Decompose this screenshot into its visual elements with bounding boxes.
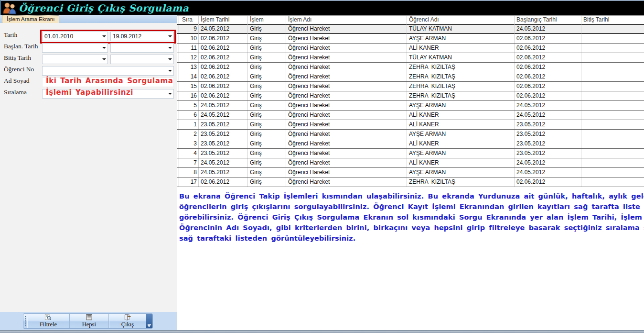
- table-row[interactable]: 1102.06.2012GirişÖğrenci HareketALİ KANE…: [177, 44, 644, 53]
- grid-cell: Giriş: [248, 72, 286, 81]
- grid-cell: ALİ KANER: [407, 44, 515, 53]
- app-window: Öğrenci Giriş Çıkış Sorgulama İşlem Aram…: [0, 0, 644, 333]
- grid-cell: Giriş: [248, 149, 286, 158]
- grid-cell: [581, 168, 644, 177]
- grid-cell: 02.06.2012: [515, 72, 581, 81]
- chevron-down-icon[interactable]: [101, 35, 107, 37]
- results-grid: Sıraİşlem Tarihiİşlemİşlem AdıÖğrenci Ad…: [177, 15, 644, 187]
- grid-cell: 1: [179, 120, 199, 129]
- column-header[interactable]: İşlem Adı: [286, 16, 407, 24]
- grid-cell: Öğrenci Hareket: [286, 34, 407, 43]
- table-row[interactable]: 1502.06.2012GirişÖğrenci HareketZEHRA KI…: [177, 82, 644, 91]
- table-row[interactable]: 824.05.2012GirişÖğrenci HareketAYŞE ARMA…: [177, 168, 644, 178]
- grid-cell: Giriş: [248, 53, 286, 62]
- grid-cell: ZEHRA KIZILTAŞ: [407, 82, 515, 91]
- bitis-tarih-start-combobox[interactable]: [42, 55, 108, 64]
- table-row[interactable]: 724.05.2012GirişÖğrenci HareketALİ KANER…: [177, 158, 644, 168]
- grid-cell: TÜLAY KATMAN: [407, 53, 515, 62]
- grid-cell: ZEHRA KIZILTAŞ: [407, 63, 515, 72]
- grid-cell: 23.05.2012: [199, 120, 248, 129]
- grid-cell: 02.06.2012: [515, 63, 581, 72]
- chevron-down-icon[interactable]: [167, 58, 173, 60]
- chevron-down-icon[interactable]: [167, 70, 173, 72]
- grid-cell: Giriş: [248, 34, 286, 43]
- tarih-start-combobox[interactable]: 01.01.2010: [42, 32, 108, 41]
- table-row[interactable]: 223.05.2012GirişÖğrenci HareketAYŞE ARMA…: [177, 130, 644, 139]
- table-row[interactable]: 1302.06.2012GirişÖğrenci HareketZEHRA KI…: [177, 63, 644, 72]
- grid-cell: 02.06.2012: [199, 91, 248, 100]
- grid-cell: Öğrenci Hareket: [286, 72, 407, 81]
- grid-cell: 02.06.2012: [515, 53, 581, 62]
- grid-cell: 14: [179, 72, 199, 81]
- table-row[interactable]: 1702.06.2012GirişÖğrenci HareketZEHRA KI…: [177, 178, 644, 187]
- grid-cell: 24.05.2012: [515, 101, 581, 110]
- table-row[interactable]: 123.05.2012GirişÖğrenci HareketALİ KANER…: [177, 120, 644, 130]
- grid-cell: 23.05.2012: [515, 120, 581, 129]
- hepsi-button[interactable]: Hepsi: [70, 314, 109, 328]
- toolbar-strip: Filtrele Hepsi: [0, 312, 177, 330]
- table-row[interactable]: 1002.06.2012GirişÖğrenci HareketAYŞE ARM…: [177, 34, 644, 44]
- grid-cell: [581, 178, 644, 187]
- hepsi-label: Hepsi: [82, 321, 96, 328]
- grid-cell: [581, 82, 644, 91]
- filtrele-button[interactable]: Filtrele: [27, 314, 70, 328]
- window-bottom-edge: [0, 330, 644, 333]
- grid-cell: Öğrenci Hareket: [286, 158, 407, 167]
- grid-cell: [581, 44, 644, 53]
- grid-cell: 02.06.2012: [199, 53, 248, 62]
- grid-cell: [581, 139, 644, 148]
- grid-cell: 23.05.2012: [199, 139, 248, 148]
- tarih-end-combobox[interactable]: 19.09.2012: [110, 32, 174, 41]
- grid-body: 924.05.2012GirişÖğrenci HareketTÜLAY KAT…: [177, 24, 644, 187]
- grid-cell: 7: [179, 158, 199, 167]
- column-header[interactable]: Başlangıç Tarihi: [515, 16, 581, 24]
- bitis-tarih-end-combobox[interactable]: [110, 55, 174, 64]
- chevron-down-icon[interactable]: [167, 93, 173, 95]
- grid-cell: [581, 91, 644, 100]
- ogrenci-no-combobox[interactable]: [42, 66, 174, 76]
- toolbar-overflow-button[interactable]: [146, 314, 152, 328]
- table-row[interactable]: 1602.06.2012GirişÖğrenci HareketZEHRA KI…: [177, 91, 644, 101]
- chevron-down-icon[interactable]: [101, 58, 107, 60]
- grid-cell: Giriş: [248, 82, 286, 91]
- baslan-tarih-start-combobox[interactable]: [42, 43, 108, 53]
- annotation-line-2: İşlemi Yapabilirsinzi: [46, 88, 133, 97]
- table-row[interactable]: 1202.06.2012GirişÖğrenci HareketTÜLAY KA…: [177, 53, 644, 63]
- grid-cell: Öğrenci Hareket: [286, 91, 407, 100]
- grid-cell: Giriş: [248, 24, 286, 33]
- table-row[interactable]: 323.05.2012GirişÖğrenci HareketALİ KANER…: [177, 139, 644, 149]
- grid-cell: Öğrenci Hareket: [286, 82, 407, 91]
- grid-cell: Giriş: [248, 63, 286, 72]
- table-row[interactable]: 624.05.2012GirişÖğrenci HareketALİ KANER…: [177, 111, 644, 120]
- grid-cell: Öğrenci Hareket: [286, 130, 407, 139]
- tab-islem-arama-ekrani[interactable]: İşlem Arama Ekranı: [2, 15, 59, 23]
- grid-cell: AYŞE ARMAN: [407, 168, 515, 177]
- baslan-tarih-end-combobox[interactable]: [110, 43, 174, 53]
- toolbar-grip[interactable]: [23, 314, 27, 328]
- column-header[interactable]: İşlem: [248, 16, 286, 24]
- grid-cell: 17: [179, 178, 199, 187]
- table-row[interactable]: 1402.06.2012GirişÖğrenci HareketZEHRA KI…: [177, 72, 644, 82]
- chevron-down-icon[interactable]: [167, 47, 173, 49]
- column-header[interactable]: Bitiş Tarihi: [581, 16, 644, 24]
- overflow-bar: [148, 324, 151, 325]
- grid-cell: 8: [179, 168, 199, 177]
- column-header[interactable]: Öğrenci Adı: [407, 16, 515, 24]
- grid-cell: Öğrenci Hareket: [286, 24, 407, 33]
- table-row[interactable]: 423.05.2012GirişÖğrenci HareketAYŞE ARMA…: [177, 149, 644, 158]
- grid-cell: AYŞE ARMAN: [407, 149, 515, 158]
- table-row[interactable]: 924.05.2012GirişÖğrenci HareketTÜLAY KAT…: [177, 24, 644, 34]
- grid-cell: 5: [179, 101, 199, 110]
- column-header[interactable]: Sıra: [179, 16, 199, 24]
- grid-cell: 10: [179, 34, 199, 43]
- grid-cell: ALİ KANER: [407, 139, 515, 148]
- grid-cell: Giriş: [248, 130, 286, 139]
- grid-cell: 02.06.2012: [515, 178, 581, 187]
- grid-cell: [581, 111, 644, 120]
- column-header[interactable]: İşlem Tarihi: [199, 16, 248, 24]
- cikis-button[interactable]: Çıkış: [109, 314, 146, 328]
- table-row[interactable]: 524.05.2012GirişÖğrenci HareketAYŞE ARMA…: [177, 101, 644, 111]
- chevron-down-icon[interactable]: [101, 47, 107, 49]
- grid-cell: AYŞE ARMAN: [407, 34, 515, 43]
- chevron-down-icon[interactable]: [167, 35, 173, 37]
